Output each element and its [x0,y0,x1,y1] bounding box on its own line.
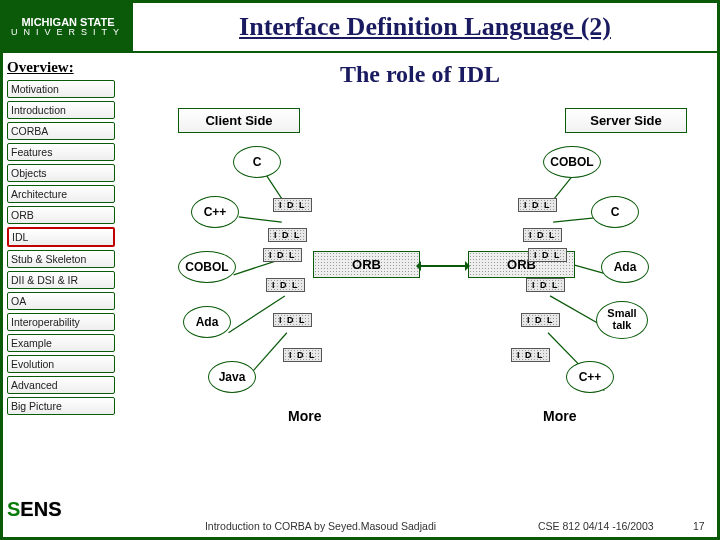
idl-c5: I D L [273,313,312,327]
slide: MICHIGAN STATE UNIVERSITY Interface Defi… [0,0,720,540]
page-number: 17 [693,520,717,532]
lang-cobol-server: COBOL [543,146,601,178]
idl-c4: I D L [266,278,305,292]
lang-java-client: Java [208,361,256,393]
footer: Introduction to CORBA by Seyed.Masoud Sa… [3,515,717,537]
slide-title: Interface Definition Language (2) [133,12,717,42]
idl-c6: I D L [283,348,322,362]
idl-s4: I D L [526,278,565,292]
sidebar-item-advanced[interactable]: Advanced [7,376,115,394]
sidebar-item-orb[interactable]: ORB [7,206,115,224]
sidebar-item-interoperability[interactable]: Interoperability [7,313,115,331]
sidebar-item-corba[interactable]: CORBA [7,122,115,140]
lang-cpp-server: C++ [566,361,614,393]
lang-cpp-client: C++ [191,196,239,228]
sidebar-item-motivation[interactable]: Motivation [7,80,115,98]
idl-c3: I D L [263,248,302,262]
diagram: C C++ COBOL Ada Java COBOL C Ada Small t… [123,138,717,517]
body: Overview: MotivationIntroductionCORBAFea… [3,53,717,517]
idl-c1: I D L [273,198,312,212]
lang-ada-client: Ada [183,306,231,338]
idl-s3: I D L [528,248,567,262]
idl-s1: I D L [518,198,557,212]
sidebar-heading: Overview: [7,59,119,76]
idl-c2: I D L [268,228,307,242]
sidebar-item-evolution[interactable]: Evolution [7,355,115,373]
lang-ada-server: Ada [601,251,649,283]
server-side-label: Server Side [565,108,687,133]
subtitle: The role of IDL [123,61,717,88]
sidebar-item-objects[interactable]: Objects [7,164,115,182]
sidebar-item-architecture[interactable]: Architecture [7,185,115,203]
idl-s2: I D L [523,228,562,242]
sidebar-item-features[interactable]: Features [7,143,115,161]
lang-cobol-client: COBOL [178,251,236,283]
sidebar-item-introduction[interactable]: Introduction [7,101,115,119]
header: MICHIGAN STATE UNIVERSITY Interface Defi… [3,3,717,53]
logo-line2: UNIVERSITY [11,28,125,37]
sidebar-item-stub-skeleton[interactable]: Stub & Skeleton [7,250,115,268]
more-server: More [543,408,576,424]
sidebar-item-example[interactable]: Example [7,334,115,352]
more-client: More [288,408,321,424]
client-side-label: Client Side [178,108,300,133]
lang-c-server: C [591,196,639,228]
footer-right: CSE 812 04/14 -16/2003 [538,520,693,532]
svg-line-1 [239,217,282,222]
lang-c-client: C [233,146,281,178]
orb-connector-icon [421,265,465,267]
sidebar-item-dii-dsi-ir[interactable]: DII & DSI & IR [7,271,115,289]
orb-client: ORB [313,251,420,278]
lang-smalltalk-server: Small talk [596,301,648,339]
sidebar-item-idl[interactable]: IDL [7,227,115,247]
university-logo: MICHIGAN STATE UNIVERSITY [3,3,133,51]
idl-s6: I D L [511,348,550,362]
footer-center: Introduction to CORBA by Seyed.Masoud Sa… [3,520,538,532]
sidebar: Overview: MotivationIntroductionCORBAFea… [3,53,123,517]
idl-s5: I D L [521,313,560,327]
sidebar-item-big-picture[interactable]: Big Picture [7,397,115,415]
sidebar-item-oa[interactable]: OA [7,292,115,310]
content: The role of IDL Client Side Server Side … [123,53,717,517]
